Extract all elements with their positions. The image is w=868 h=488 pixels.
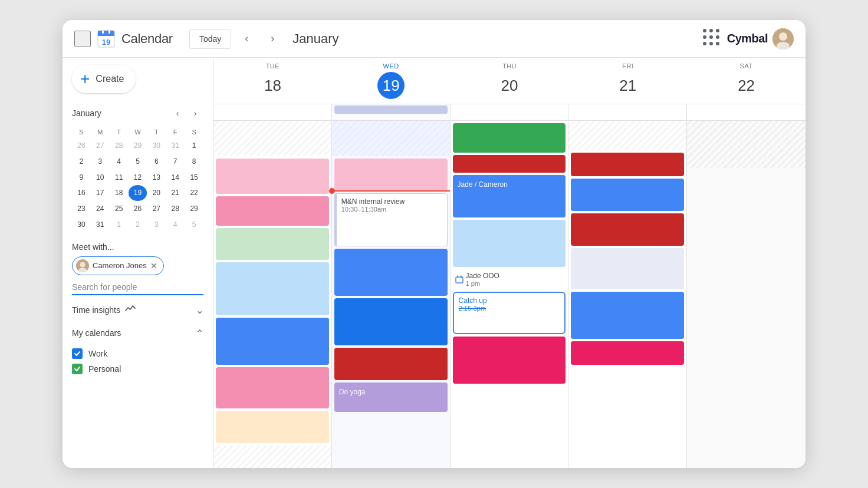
sat-date[interactable]: 22	[733, 72, 760, 99]
jade-ooo-event[interactable]: Jade OOO 1 pm	[451, 269, 568, 289]
mini-day[interactable]: 15	[185, 170, 203, 186]
jade-cameron-event[interactable]: Jade / Cameron	[453, 175, 566, 217]
wed-event-2[interactable]	[334, 249, 448, 296]
mini-day[interactable]: 29	[129, 138, 147, 154]
dow-fri: F	[166, 126, 185, 138]
wed-event-1[interactable]	[334, 159, 448, 191]
tue-date[interactable]: 18	[259, 72, 286, 99]
tue-event-1[interactable]	[216, 159, 329, 194]
sat-col	[687, 121, 805, 468]
today-button[interactable]: Today	[189, 29, 231, 49]
mini-day[interactable]: 30	[72, 217, 91, 233]
mini-day[interactable]: 8	[185, 154, 203, 170]
remove-cameron-button[interactable]: ✕	[150, 262, 157, 270]
mini-day[interactable]: 3	[147, 217, 166, 233]
fri-event-4[interactable]	[571, 248, 684, 289]
tue-event-4[interactable]	[216, 262, 329, 315]
mini-day[interactable]: 27	[147, 201, 166, 217]
thu-event-crimson[interactable]	[453, 155, 566, 173]
personal-calendar-item[interactable]: Personal	[72, 361, 203, 377]
mini-day[interactable]: 27	[91, 138, 110, 154]
mini-day[interactable]: 28	[110, 138, 129, 154]
mini-day[interactable]: 17	[91, 185, 110, 201]
app-title: Calendar	[121, 31, 173, 47]
fri-event-2[interactable]	[571, 179, 684, 211]
thu-event-green[interactable]	[453, 123, 566, 153]
mini-day[interactable]: 31	[91, 217, 110, 233]
mini-day-today[interactable]: 19	[129, 185, 147, 201]
tue-col	[213, 121, 332, 468]
fri-event-6[interactable]	[571, 341, 684, 365]
dow-tue: T	[110, 126, 129, 138]
mini-day[interactable]: 16	[72, 185, 91, 201]
mini-day[interactable]: 10	[91, 170, 110, 186]
fri-event-3[interactable]	[571, 213, 684, 246]
mini-day[interactable]: 25	[110, 201, 129, 217]
next-arrow[interactable]: ›	[262, 28, 283, 50]
work-calendar-item[interactable]: Work	[72, 346, 203, 361]
sat-hatch	[687, 121, 805, 168]
mini-prev-arrow[interactable]: ‹	[169, 105, 186, 121]
mini-day[interactable]: 26	[72, 138, 91, 154]
mini-day[interactable]: 13	[147, 170, 166, 186]
mini-day[interactable]: 2	[129, 217, 147, 233]
mini-day[interactable]: 2	[72, 154, 91, 170]
apps-icon[interactable]	[701, 28, 722, 50]
mini-day[interactable]: 29	[185, 201, 203, 217]
catch-up-event[interactable]: Catch up 2:15-3pm	[453, 292, 566, 334]
tue-event-3[interactable]	[216, 228, 329, 260]
mini-day[interactable]: 6	[147, 154, 166, 170]
mini-day[interactable]: 7	[166, 154, 185, 170]
wed-event-4[interactable]	[334, 348, 448, 380]
mini-day[interactable]: 20	[147, 185, 166, 201]
my-calendars-label: My calendars	[72, 328, 121, 338]
personal-checkbox[interactable]	[72, 364, 83, 374]
prev-arrow[interactable]: ‹	[236, 28, 257, 50]
tue-event-6[interactable]	[216, 367, 329, 408]
mini-day[interactable]: 23	[72, 201, 91, 217]
mini-day[interactable]: 1	[110, 217, 129, 233]
mini-day[interactable]: 9	[72, 170, 91, 186]
mini-day[interactable]: 12	[129, 170, 147, 186]
mini-day[interactable]: 31	[166, 138, 185, 154]
mini-day[interactable]: 11	[110, 170, 129, 186]
wed-event-3[interactable]	[334, 298, 448, 345]
tue-hatch-top	[213, 121, 331, 156]
mini-day[interactable]: 4	[110, 154, 129, 170]
mini-day[interactable]: 26	[129, 201, 147, 217]
my-calendars-header[interactable]: My calendars ⌃	[72, 325, 203, 341]
thu-event-pink[interactable]	[453, 337, 566, 384]
thu-event-lb[interactable]	[453, 220, 566, 267]
mini-cal-arrows: ‹ ›	[169, 105, 203, 121]
tue-event-7[interactable]	[216, 411, 329, 443]
time-insights-header[interactable]: Time insights ⌄	[72, 302, 203, 318]
tue-event-2[interactable]	[216, 196, 329, 226]
search-people-input[interactable]	[72, 280, 203, 295]
work-checkbox[interactable]	[72, 348, 83, 359]
fri-date[interactable]: 21	[614, 72, 642, 99]
mini-day[interactable]: 21	[166, 185, 185, 201]
mini-day[interactable]: 4	[166, 217, 185, 233]
mn-internal-review[interactable]: M&N internal review 10:30–11:30am	[334, 193, 448, 246]
mini-day[interactable]: 22	[185, 185, 203, 201]
mini-day[interactable]: 18	[110, 185, 129, 201]
thu-date[interactable]: 20	[496, 72, 523, 99]
mini-day[interactable]: 30	[147, 138, 166, 154]
mini-day[interactable]: 1	[185, 138, 203, 154]
fri-event-5[interactable]	[571, 292, 684, 339]
mini-day[interactable]: 5	[129, 154, 147, 170]
mini-day[interactable]: 24	[91, 201, 110, 217]
do-yoga-event[interactable]: Do yoga	[334, 383, 448, 412]
mini-day[interactable]: 28	[166, 201, 185, 217]
menu-button[interactable]	[74, 31, 91, 47]
mini-next-arrow[interactable]: ›	[187, 105, 203, 121]
tue-event-5[interactable]	[216, 318, 329, 365]
mini-day[interactable]: 3	[91, 154, 110, 170]
wed-date[interactable]: 19	[377, 72, 405, 99]
wed-allday-event[interactable]	[334, 105, 448, 114]
fri-event-1[interactable]	[571, 153, 684, 176]
user-avatar[interactable]	[772, 28, 794, 50]
mini-day[interactable]: 5	[185, 217, 203, 233]
create-button[interactable]: + Create	[72, 65, 136, 93]
mini-day[interactable]: 14	[166, 170, 185, 186]
